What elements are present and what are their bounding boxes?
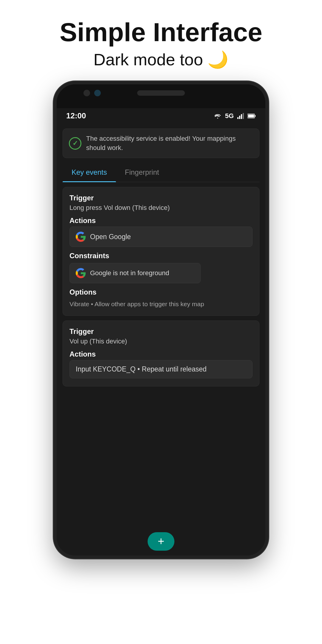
svg-rect-1 — [239, 116, 240, 119]
phone-speaker — [137, 90, 185, 96]
camera-area — [83, 90, 101, 96]
page-header: Simple Interface Dark mode too 🌙 — [48, 0, 274, 81]
camera-dot-front — [94, 90, 101, 96]
status-time: 12:00 — [66, 111, 86, 120]
tab-bar: Key events Fingerprint — [63, 163, 259, 182]
accessibility-notice: ✓ The accessibility service is enabled! … — [63, 129, 259, 158]
camera-dot-left — [83, 90, 90, 96]
open-google-label: Open Google — [90, 233, 131, 241]
trigger-label-1: Trigger — [69, 194, 253, 202]
page-subtitle: Dark mode too 🌙 — [60, 50, 262, 69]
network-type: 5G — [225, 112, 234, 120]
constraints-label-1: Constraints — [69, 252, 253, 260]
open-google-button[interactable]: Open Google — [69, 227, 253, 247]
svg-rect-5 — [255, 115, 256, 117]
phone-notch — [57, 84, 265, 108]
options-value-1: Vibrate • Allow other apps to trigger th… — [69, 299, 253, 309]
tab-key-events[interactable]: Key events — [63, 163, 116, 182]
actions-label-1: Actions — [69, 216, 253, 225]
trigger-value-2: Vol up (This device) — [69, 338, 253, 345]
scroll-area: Trigger Long press Vol down (This device… — [57, 182, 265, 527]
svg-rect-6 — [248, 114, 254, 117]
tab-fingerprint[interactable]: Fingerprint — [116, 163, 168, 182]
add-mapping-fab[interactable]: + — [148, 532, 174, 551]
battery-icon — [247, 114, 256, 118]
signal-icon — [237, 113, 244, 119]
fab-plus-icon: + — [158, 535, 164, 547]
check-circle-icon: ✓ — [69, 137, 81, 150]
checkmark: ✓ — [72, 140, 78, 147]
phone-frame: 12:00 5G — [54, 81, 268, 558]
keycode-q-button[interactable]: Input KEYCODE_Q • Repeat until released — [69, 360, 253, 378]
side-button-volume — [267, 198, 268, 225]
mapping-card-1: Trigger Long press Vol down (This device… — [63, 187, 259, 316]
page-title: Simple Interface — [60, 18, 262, 47]
trigger-value-1: Long press Vol down (This device) — [69, 204, 253, 212]
fab-area: + — [57, 527, 265, 555]
actions-label-2: Actions — [69, 350, 253, 358]
keycode-q-label: Input KEYCODE_Q • Repeat until released — [76, 365, 207, 373]
wifi-icon — [214, 113, 222, 119]
google-constraint-icon — [76, 268, 86, 278]
google-not-foreground-button[interactable]: Google is not in foreground — [69, 263, 201, 283]
svg-rect-0 — [237, 117, 239, 119]
options-label-1: Options — [69, 288, 253, 296]
constraint-label-1: Google is not in foreground — [90, 269, 169, 277]
trigger-label-2: Trigger — [69, 327, 253, 336]
app-screen: ✓ The accessibility service is enabled! … — [57, 124, 265, 555]
subtitle-text: Dark mode too 🌙 — [94, 50, 229, 69]
status-bar: 12:00 5G — [57, 108, 265, 124]
side-button-power — [267, 168, 268, 186]
svg-rect-3 — [243, 113, 244, 119]
mapping-card-2: Trigger Vol up (This device) Actions Inp… — [63, 321, 259, 386]
google-icon — [76, 232, 86, 242]
status-icons: 5G — [214, 112, 256, 120]
svg-rect-2 — [241, 114, 242, 119]
accessibility-notice-text: The accessibility service is enabled! Yo… — [86, 134, 253, 153]
